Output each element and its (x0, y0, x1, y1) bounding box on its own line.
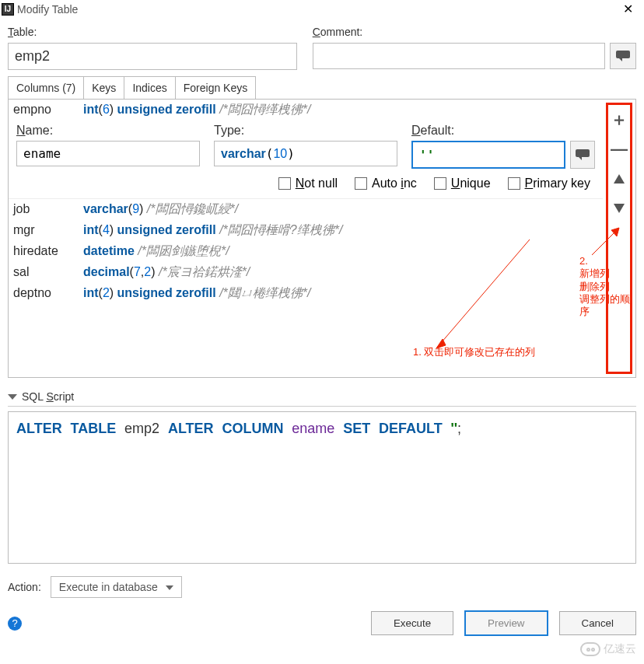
column-row[interactable]: saldecimal(7,2) /*宸ヨ祫鍩烘湰*/ (9, 262, 603, 283)
tab-indices[interactable]: Indices (124, 77, 175, 99)
comment-expand-button[interactable] (610, 43, 636, 69)
title-bar: IJ Modify Table ✕ (0, 0, 644, 23)
execute-button[interactable]: Execute (371, 611, 453, 635)
column-type-input[interactable]: varchar(10) (214, 141, 397, 166)
columns-panel: empno int(6) unsigned zerofill /*闆囧憳缂栧彿*… (8, 100, 636, 378)
tab-foreign-keys[interactable]: Foreign Keys (176, 77, 255, 99)
unique-checkbox[interactable]: Unique (434, 176, 491, 190)
column-editor: Name: Type: varchar(10) Default: (9, 121, 603, 199)
help-icon[interactable]: ? (8, 617, 22, 631)
column-row[interactable]: mgrint(4) unsigned zerofill /*闆囧憳棰嗗?缂栧彿*… (9, 220, 603, 241)
remove-column-button[interactable]: — (608, 135, 630, 164)
preview-button[interactable]: Preview (464, 610, 548, 636)
sql-script-header[interactable]: SQL Script (8, 390, 636, 407)
type-label: Type: (214, 124, 397, 138)
collapse-icon (8, 394, 17, 400)
move-down-button[interactable] (608, 194, 630, 223)
notnull-checkbox[interactable]: Not null (278, 176, 338, 190)
cancel-button[interactable]: Cancel (559, 611, 637, 635)
comment-input[interactable] (313, 43, 605, 69)
column-row[interactable]: empno int(6) unsigned zerofill /*闆囧憳缂栧彿*… (9, 100, 603, 121)
column-row[interactable]: jobvarchar(9) /*闆囧憳鑱屼綅*/ (9, 199, 603, 220)
action-select[interactable]: Execute in database (51, 576, 182, 598)
tab-keys[interactable]: Keys (84, 77, 124, 99)
column-row[interactable]: hiredatedatetime /*闆囦剑鏃堕棿*/ (9, 241, 603, 262)
svg-rect-1 (576, 149, 590, 157)
column-row[interactable]: deptnoint(2) unsigned zerofill /*閮ㄩ棬缂栧彿*… (9, 283, 603, 304)
svg-rect-0 (616, 51, 630, 58)
name-label: Name: (16, 124, 200, 138)
move-up-button[interactable] (608, 164, 630, 194)
sql-script-box[interactable]: ALTER TABLE emp2 ALTER COLUMN ename SET … (8, 411, 636, 564)
action-label: Action: (8, 581, 41, 593)
column-name-input[interactable] (16, 141, 200, 166)
window-title: Modify Table (17, 3, 78, 16)
app-icon: IJ (2, 3, 14, 16)
default-label: Default: (411, 124, 595, 138)
column-side-controls: ＋ — (606, 103, 632, 374)
add-column-button[interactable]: ＋ (608, 105, 630, 135)
default-expand-button[interactable] (570, 141, 595, 169)
autoinc-checkbox[interactable]: Auto inc (355, 176, 417, 190)
table-name-input[interactable] (8, 43, 297, 70)
table-label: Table: (8, 26, 297, 38)
primarykey-checkbox[interactable]: Primary key (508, 176, 590, 190)
column-default-input[interactable] (411, 141, 565, 169)
close-icon[interactable]: ✕ (618, 2, 638, 16)
tab-columns[interactable]: Columns (7) (9, 77, 84, 99)
comment-label: Comment: (313, 26, 636, 38)
tabs: Columns (7) Keys Indices Foreign Keys (8, 76, 256, 99)
